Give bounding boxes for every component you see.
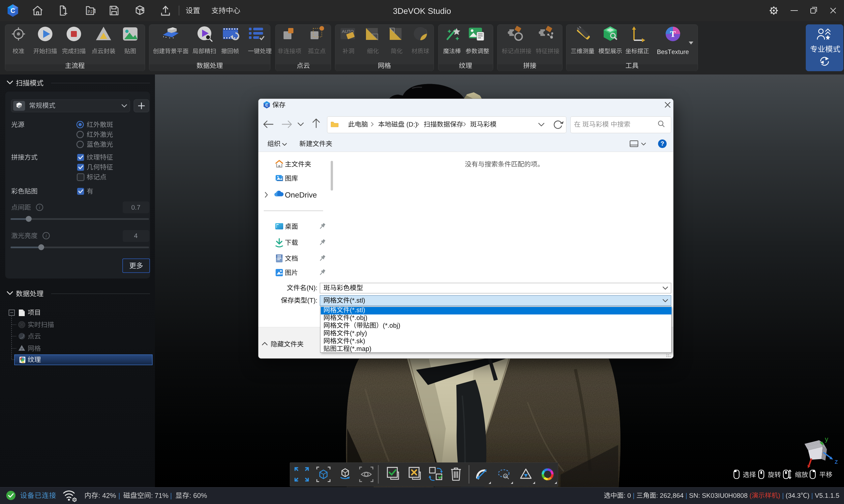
svg-text:i: i [46,233,47,238]
svg-text:T: T [670,29,676,39]
svg-text:q: q [504,474,506,478]
svg-text:P: P [19,105,21,108]
svg-text:?: ? [661,140,664,147]
svg-text:PJ: PJ [88,10,92,14]
svg-text:i: i [39,205,40,210]
svg-text:y: y [825,435,828,443]
svg-text:z: z [835,458,838,465]
svg-text:C: C [265,103,268,107]
svg-text:C: C [11,7,15,14]
